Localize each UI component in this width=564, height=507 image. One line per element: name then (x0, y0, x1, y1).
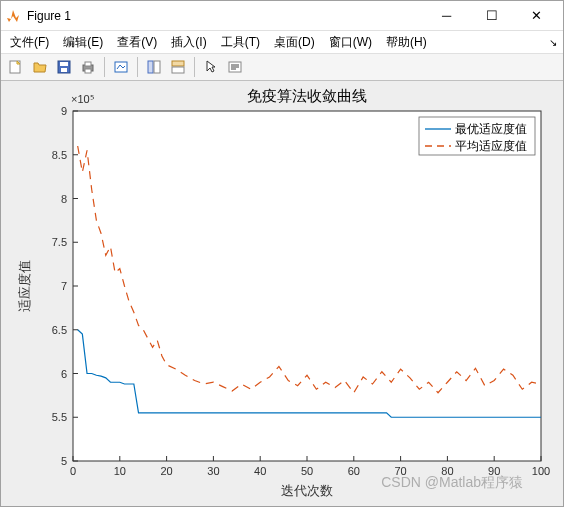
svg-text:平均适应度值: 平均适应度值 (455, 139, 527, 153)
toolbar-separator (104, 57, 105, 77)
menu-edit[interactable]: 编辑(E) (56, 32, 110, 53)
svg-text:最优适应度值: 最优适应度值 (455, 122, 527, 136)
minimize-button[interactable]: ─ (424, 2, 469, 30)
svg-text:6: 6 (61, 368, 67, 380)
link-button[interactable] (110, 56, 132, 78)
svg-text:7: 7 (61, 280, 67, 292)
svg-text:5: 5 (61, 455, 67, 467)
svg-text:70: 70 (394, 465, 406, 477)
svg-rect-16 (73, 111, 541, 461)
svg-text:20: 20 (160, 465, 172, 477)
toolbar-separator (194, 57, 195, 77)
figure-window: Figure 1 ─ ☐ ✕ 文件(F) 编辑(E) 查看(V) 插入(I) 工… (0, 0, 564, 507)
toolbar (1, 53, 563, 81)
open-button[interactable] (29, 56, 51, 78)
svg-text:9: 9 (61, 105, 67, 117)
svg-text:60: 60 (348, 465, 360, 477)
menu-overflow-icon[interactable]: ↘ (549, 37, 557, 48)
svg-rect-11 (172, 67, 184, 73)
window-controls: ─ ☐ ✕ (424, 2, 559, 30)
svg-text:30: 30 (207, 465, 219, 477)
svg-text:×10⁵: ×10⁵ (71, 93, 94, 105)
svg-text:7.5: 7.5 (52, 236, 67, 248)
svg-rect-10 (172, 61, 184, 66)
svg-text:6.5: 6.5 (52, 324, 67, 336)
close-button[interactable]: ✕ (514, 2, 559, 30)
menu-insert[interactable]: 插入(I) (164, 32, 213, 53)
svg-text:0: 0 (70, 465, 76, 477)
layout1-button[interactable] (143, 56, 165, 78)
maximize-button[interactable]: ☐ (469, 2, 514, 30)
svg-text:8: 8 (61, 193, 67, 205)
svg-rect-5 (85, 62, 91, 66)
svg-text:5.5: 5.5 (52, 411, 67, 423)
new-figure-button[interactable] (5, 56, 27, 78)
chart-svg: 010203040506070809010055.566.577.588.59×… (1, 81, 563, 506)
chart-canvas: 010203040506070809010055.566.577.588.59×… (1, 81, 563, 506)
svg-rect-7 (115, 62, 127, 72)
text-button[interactable] (224, 56, 246, 78)
matlab-icon (5, 8, 21, 24)
svg-text:100: 100 (532, 465, 550, 477)
svg-text:10: 10 (114, 465, 126, 477)
svg-rect-6 (85, 69, 91, 73)
window-title: Figure 1 (27, 9, 424, 23)
svg-rect-2 (60, 62, 68, 66)
print-button[interactable] (77, 56, 99, 78)
svg-text:迭代次数: 迭代次数 (281, 483, 333, 498)
svg-text:40: 40 (254, 465, 266, 477)
pointer-button[interactable] (200, 56, 222, 78)
svg-rect-9 (154, 61, 160, 73)
layout2-button[interactable] (167, 56, 189, 78)
svg-text:8.5: 8.5 (52, 149, 67, 161)
menubar: 文件(F) 编辑(E) 查看(V) 插入(I) 工具(T) 桌面(D) 窗口(W… (1, 31, 563, 53)
menu-help[interactable]: 帮助(H) (379, 32, 434, 53)
svg-rect-3 (61, 68, 67, 72)
svg-text:90: 90 (488, 465, 500, 477)
svg-text:80: 80 (441, 465, 453, 477)
menu-file[interactable]: 文件(F) (3, 32, 56, 53)
toolbar-separator (137, 57, 138, 77)
svg-text:免疫算法收敛曲线: 免疫算法收敛曲线 (247, 87, 367, 104)
menu-desktop[interactable]: 桌面(D) (267, 32, 322, 53)
titlebar[interactable]: Figure 1 ─ ☐ ✕ (1, 1, 563, 31)
save-button[interactable] (53, 56, 75, 78)
svg-text:适应度值: 适应度值 (17, 260, 32, 312)
menu-view[interactable]: 查看(V) (110, 32, 164, 53)
menu-window[interactable]: 窗口(W) (322, 32, 379, 53)
svg-rect-8 (148, 61, 153, 73)
svg-text:50: 50 (301, 465, 313, 477)
menu-tools[interactable]: 工具(T) (214, 32, 267, 53)
